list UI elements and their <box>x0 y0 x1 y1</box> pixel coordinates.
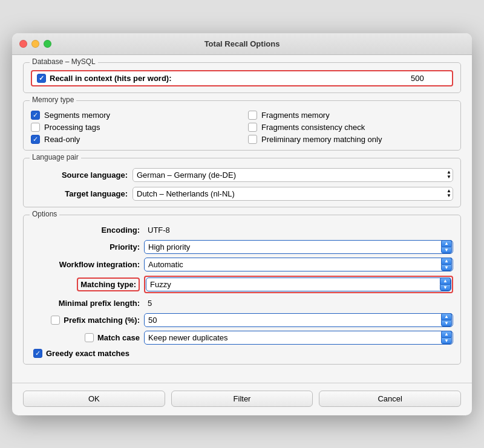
fragments-memory-checkbox-row[interactable]: Fragments memory <box>248 111 453 120</box>
prefix-matching-label: Prefix matching (%): <box>64 316 140 325</box>
language-grid: Source language: German – Germany (de-DE… <box>31 168 453 201</box>
read-only-checkbox-row[interactable]: ✓ Read-only <box>31 135 236 144</box>
match-case-checkbox[interactable] <box>85 333 94 342</box>
read-only-label: Read-only <box>44 135 80 144</box>
prefix-matching-row: Prefix matching (%): 50 ▲ ▼ <box>31 313 453 327</box>
matching-type-row: Matching type: Fuzzy Exact ▲ ▼ <box>31 276 453 293</box>
prefix-length-label: Minimal prefix length: <box>31 299 140 308</box>
priority-label: Priority: <box>31 242 140 252</box>
prefix-matching-checkbox[interactable] <box>51 316 60 325</box>
match-case-label: Match case <box>97 333 140 342</box>
prefix-length-row: Minimal prefix length: 5 <box>31 297 453 310</box>
segments-memory-checkbox[interactable]: ✓ <box>31 111 40 120</box>
options-section: Options Encoding: UTF-8 Priority: High p… <box>23 215 461 365</box>
memory-grid: ✓ Segments memory Fragments memory Proce… <box>31 111 453 144</box>
minimize-button[interactable] <box>31 40 39 48</box>
cancel-button[interactable]: Cancel <box>319 391 461 407</box>
prefix-length-value: 5 <box>144 297 453 310</box>
priority-select[interactable]: High priority <box>144 240 453 254</box>
source-language-label: Source language: <box>31 170 128 180</box>
preliminary-label: Preliminary memory matching only <box>261 135 382 144</box>
maximize-button[interactable] <box>44 40 51 48</box>
processing-tags-checkbox-row[interactable]: Processing tags <box>31 123 236 132</box>
window-title: Total Recall Options <box>204 39 280 48</box>
recall-checkbox-label[interactable]: ✓ Recall in context (hits per word): <box>37 74 411 83</box>
recall-checkbox[interactable]: ✓ <box>37 74 46 83</box>
segments-memory-checkbox-row[interactable]: ✓ Segments memory <box>31 111 236 120</box>
prefix-matching-select[interactable]: 50 <box>144 313 453 327</box>
memory-section-title: Memory type <box>30 96 76 104</box>
close-button[interactable] <box>19 40 27 48</box>
duplicates-select[interactable]: Keep newer duplicates Keep older duplica… <box>144 331 453 345</box>
duplicates-select-wrapper: Keep newer duplicates Keep older duplica… <box>144 331 453 345</box>
workflow-select-wrapper: Automatic ▲ ▼ <box>144 258 453 271</box>
greedy-label: Greedy exact matches <box>46 349 129 358</box>
target-language-label: Target language: <box>31 189 128 198</box>
prefix-matching-select-wrapper: 50 ▲ ▼ <box>144 313 453 327</box>
titlebar: Total Recall Options <box>12 33 472 55</box>
read-only-checkbox[interactable]: ✓ <box>31 135 40 144</box>
greedy-checkbox[interactable]: ✓ <box>33 349 42 358</box>
segments-memory-label: Segments memory <box>44 111 110 120</box>
language-section: Language pair Source language: German – … <box>23 158 461 207</box>
recall-value-input[interactable] <box>411 74 447 83</box>
filter-button[interactable]: Filter <box>171 391 313 407</box>
priority-select-wrapper: High priority ▲ ▼ <box>144 240 453 254</box>
fragments-memory-label: Fragments memory <box>261 111 330 120</box>
fragments-consistency-label: Fragments consistency check <box>261 123 365 132</box>
main-window: Total Recall Options Database – MySQL ✓ … <box>12 33 472 415</box>
workflow-select[interactable]: Automatic <box>144 258 453 271</box>
fragments-consistency-checkbox-row[interactable]: Fragments consistency check <box>248 123 453 132</box>
workflow-label: Workflow integration: <box>31 260 140 269</box>
workflow-row: Workflow integration: Automatic ▲ ▼ <box>31 258 453 271</box>
bottom-buttons: OK Filter Cancel <box>12 386 472 415</box>
target-language-select-wrapper: Dutch – Netherlands (nl-NL) ▲ ▼ <box>132 187 453 201</box>
encoding-value: UTF-8 <box>144 224 453 236</box>
encoding-label: Encoding: <box>31 226 140 235</box>
processing-tags-checkbox[interactable] <box>31 123 40 132</box>
memory-section: Memory type ✓ Segments memory Fragments … <box>23 100 461 151</box>
target-language-select[interactable]: Dutch – Netherlands (nl-NL) <box>132 187 453 201</box>
recall-label-text: Recall in context (hits per word): <box>50 74 172 83</box>
source-language-select-wrapper: German – Germany (de-DE) ▲ ▼ <box>132 168 453 182</box>
traffic-lights <box>19 40 51 48</box>
fragments-memory-checkbox[interactable] <box>248 111 257 120</box>
fragments-consistency-checkbox[interactable] <box>248 123 257 132</box>
encoding-row: Encoding: UTF-8 <box>31 224 453 236</box>
ok-button[interactable]: OK <box>23 391 165 407</box>
source-language-select[interactable]: German – Germany (de-DE) <box>132 168 453 182</box>
preliminary-checkbox[interactable] <box>248 135 257 144</box>
database-section: Database – MySQL ✓ Recall in context (hi… <box>23 62 461 93</box>
processing-tags-label: Processing tags <box>44 123 100 132</box>
matching-type-highlight: Matching type: <box>77 278 140 291</box>
priority-row: Priority: High priority ▲ ▼ <box>31 240 453 254</box>
preliminary-checkbox-row[interactable]: Preliminary memory matching only <box>248 135 453 144</box>
content-area: Database – MySQL ✓ Recall in context (hi… <box>12 55 472 380</box>
options-section-title: Options <box>30 210 59 218</box>
matching-select-wrapper: Fuzzy Exact ▲ ▼ <box>144 276 453 293</box>
match-case-row: Match case Keep newer duplicates Keep ol… <box>31 331 453 345</box>
matching-type-label: Matching type: <box>80 280 136 289</box>
greedy-row: ✓ Greedy exact matches <box>31 349 453 358</box>
language-section-title: Language pair <box>30 153 81 161</box>
matching-type-select[interactable]: Fuzzy Exact <box>146 278 451 291</box>
recall-row: ✓ Recall in context (hits per word): <box>31 70 453 86</box>
database-section-title: Database – MySQL <box>30 57 98 66</box>
